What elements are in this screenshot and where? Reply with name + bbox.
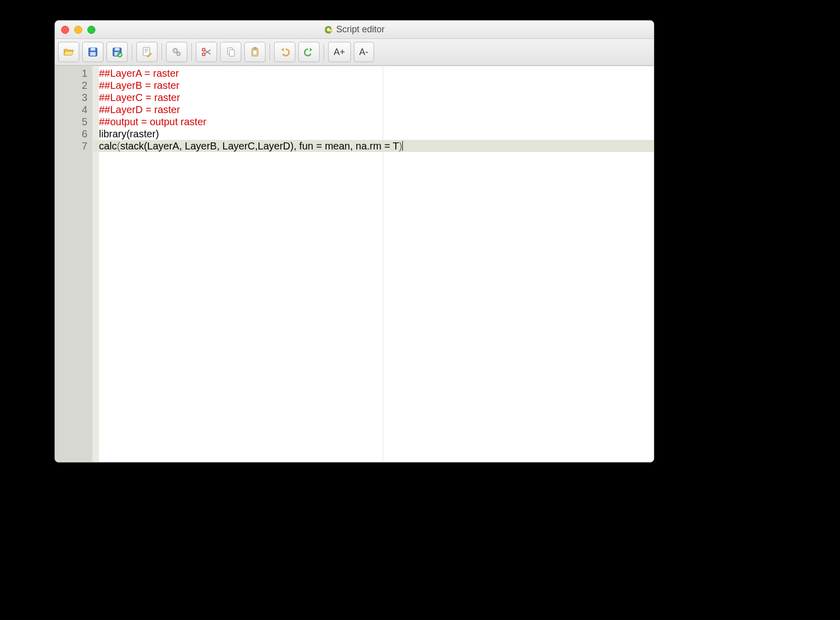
save-icon bbox=[87, 46, 98, 58]
code-line[interactable]: library(raster) bbox=[99, 128, 654, 140]
code-token: ) bbox=[399, 140, 402, 151]
svg-rect-3 bbox=[90, 48, 95, 51]
svg-rect-19 bbox=[253, 47, 256, 49]
line-number: 7 bbox=[55, 140, 92, 152]
toolbar: A+ A- bbox=[55, 39, 654, 66]
decrease-font-label: A- bbox=[359, 47, 369, 58]
svg-rect-4 bbox=[90, 52, 96, 56]
redo-icon bbox=[303, 46, 314, 58]
undo-button[interactable] bbox=[274, 42, 295, 62]
code-token: stack(LayerA, LayerB, LayerC,LayerD), fu… bbox=[120, 140, 399, 151]
code-line[interactable]: ##LayerD = raster bbox=[99, 104, 654, 116]
toolbar-separator bbox=[270, 43, 270, 61]
line-number: 6 bbox=[55, 128, 92, 140]
open-button[interactable] bbox=[58, 42, 79, 62]
line-number: 1 bbox=[55, 67, 92, 79]
edge-column-guide bbox=[383, 66, 383, 462]
line-number: 2 bbox=[55, 79, 92, 91]
code-token: ##LayerD = raster bbox=[99, 104, 180, 115]
toolbar-separator bbox=[324, 43, 324, 61]
code-token: library(raster) bbox=[99, 128, 159, 139]
cut-button[interactable] bbox=[196, 42, 217, 62]
document-edit-icon bbox=[141, 46, 152, 58]
zoom-window-button[interactable] bbox=[87, 26, 95, 34]
increase-font-button[interactable]: A+ bbox=[328, 42, 351, 62]
folder-open-icon bbox=[63, 46, 74, 58]
qgis-icon bbox=[324, 25, 333, 34]
window-controls bbox=[61, 26, 95, 34]
code-token: ##LayerC = raster bbox=[99, 92, 180, 103]
code-line[interactable]: ##output = output raster bbox=[99, 116, 654, 128]
save-button[interactable] bbox=[82, 42, 103, 62]
decrease-font-button[interactable]: A- bbox=[354, 42, 374, 62]
toolbar-separator bbox=[162, 43, 162, 61]
svg-rect-6 bbox=[115, 48, 119, 51]
scissors-icon bbox=[201, 46, 212, 58]
save-as-icon bbox=[112, 46, 123, 58]
script-editor-window: Script editor bbox=[55, 20, 654, 462]
undo-icon bbox=[279, 46, 290, 58]
line-number-gutter: 1234567 bbox=[55, 66, 93, 462]
svg-point-13 bbox=[178, 53, 179, 54]
line-number: 3 bbox=[55, 91, 92, 104]
titlebar: Script editor bbox=[55, 21, 654, 39]
redo-button[interactable] bbox=[298, 42, 320, 62]
code-area[interactable]: ##LayerA = raster##LayerB = raster##Laye… bbox=[93, 66, 654, 462]
svg-point-11 bbox=[175, 50, 176, 51]
svg-rect-17 bbox=[229, 49, 234, 56]
copy-button[interactable] bbox=[220, 42, 241, 62]
gears-icon bbox=[171, 46, 182, 58]
line-number: 4 bbox=[55, 104, 92, 116]
close-window-button[interactable] bbox=[61, 26, 69, 34]
code-line[interactable]: ##LayerA = raster bbox=[99, 67, 654, 79]
code-line[interactable]: ##LayerC = raster bbox=[99, 91, 654, 104]
code-token: ##LayerB = raster bbox=[99, 80, 180, 91]
line-number: 5 bbox=[55, 116, 92, 128]
save-as-button[interactable] bbox=[107, 42, 128, 62]
toolbar-separator bbox=[191, 43, 192, 61]
code-editor[interactable]: 1234567 ##LayerA = raster##LayerB = rast… bbox=[55, 66, 654, 462]
code-token: ##LayerA = raster bbox=[99, 68, 179, 79]
window-title-text: Script editor bbox=[336, 24, 385, 35]
svg-rect-1 bbox=[331, 29, 332, 33]
copy-icon bbox=[225, 46, 236, 58]
window-title: Script editor bbox=[55, 24, 654, 35]
clipboard-icon bbox=[249, 46, 260, 58]
text-caret bbox=[402, 141, 403, 151]
minimize-window-button[interactable] bbox=[74, 26, 82, 34]
code-line[interactable]: ##LayerB = raster bbox=[99, 79, 654, 91]
paste-button[interactable] bbox=[244, 42, 266, 62]
code-token: ##output = output raster bbox=[99, 116, 206, 127]
code-token: calc bbox=[99, 140, 117, 151]
run-button[interactable] bbox=[166, 42, 187, 62]
toolbar-separator bbox=[132, 43, 132, 61]
svg-rect-20 bbox=[253, 50, 256, 55]
svg-rect-9 bbox=[143, 47, 150, 56]
edit-metadata-button[interactable] bbox=[136, 42, 158, 62]
increase-font-label: A+ bbox=[334, 47, 345, 58]
svg-point-8 bbox=[118, 53, 122, 57]
